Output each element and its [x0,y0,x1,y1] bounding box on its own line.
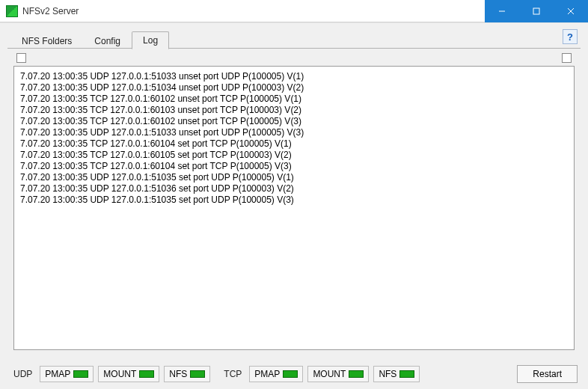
close-icon [567,7,575,15]
status-text: PMAP [45,369,70,379]
tab-log[interactable]: Log [132,31,169,49]
tab-config[interactable]: Config [83,32,132,49]
udp-mount-status: MOUNT [98,366,159,382]
udp-nfs-status: NFS [164,366,210,382]
status-text: MOUNT [103,369,136,379]
window-title: NFSv2 Server [22,6,79,16]
led-icon [190,370,205,378]
udp-pmap-status: PMAP [40,366,94,382]
status-text: NFS [379,369,396,379]
titlebar: NFSv2 Server [0,0,588,22]
tcp-label: TCP [221,369,245,379]
tcp-pmap-status: PMAP [249,366,303,382]
tabstrip: NFS Folders Config Log ? [0,23,588,49]
minimize-button[interactable] [485,0,519,22]
app-icon [6,5,18,17]
led-icon [73,370,88,378]
check-row [0,49,588,64]
led-icon [399,370,414,378]
svg-rect-1 [533,8,539,14]
led-icon [283,370,298,378]
status-text: MOUNT [313,369,346,379]
status-text: NFS [169,369,187,379]
log-output[interactable]: 7.07.20 13:00:35 UDP 127.0.0.1:51033 uns… [13,66,575,350]
checkbox-left[interactable] [16,53,26,63]
tcp-mount-status: MOUNT [307,366,369,382]
checkbox-right[interactable] [562,53,572,63]
maximize-button[interactable] [519,0,554,22]
udp-label: UDP [10,369,35,379]
help-button[interactable]: ? [563,29,578,44]
client-area: NFS Folders Config Log ? 7.07.20 13:00:3… [0,22,588,389]
tcp-nfs-status: NFS [373,366,420,382]
led-icon [349,370,364,378]
minimize-icon [498,7,506,15]
close-button[interactable] [554,0,588,22]
status-text: PMAP [254,369,280,379]
tab-nfs-folders[interactable]: NFS Folders [10,32,83,49]
led-icon [139,370,154,378]
restart-button[interactable]: Restart [517,365,578,383]
maximize-icon [533,7,540,15]
status-bar: UDP PMAP MOUNT NFS TCP PMAP MOUNT NFS Re… [0,365,588,383]
